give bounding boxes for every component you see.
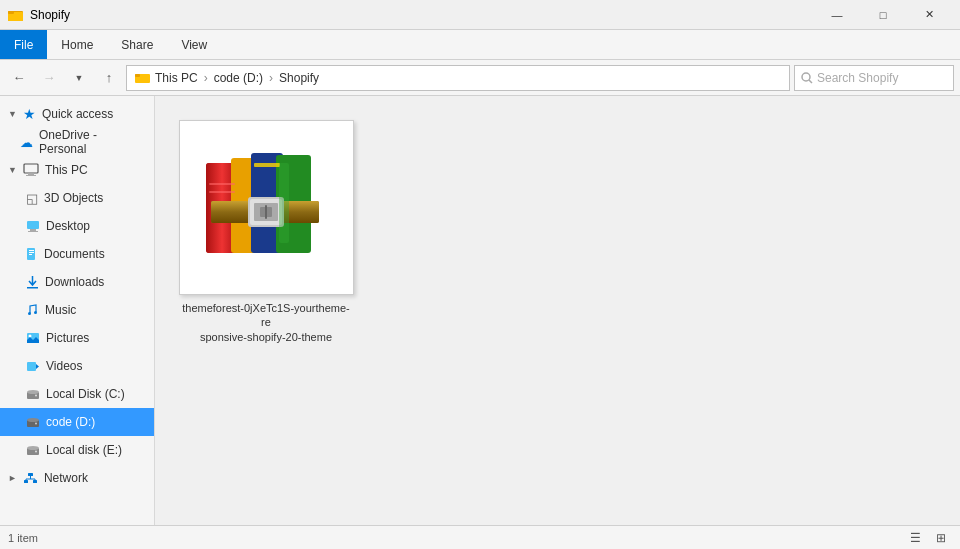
sidebar-item-this-pc[interactable]: ▼ This PC <box>0 156 154 184</box>
status-item-count: 1 item <box>8 532 38 544</box>
svg-rect-35 <box>33 480 37 483</box>
sidebar-label-code-d: code (D:) <box>46 415 95 429</box>
sidebar-label-onedrive: OneDrive - Personal <box>39 128 146 156</box>
svg-point-28 <box>27 418 39 422</box>
up-button[interactable]: ↑ <box>96 65 122 91</box>
cloud-icon: ☁ <box>20 135 33 150</box>
downloads-icon <box>26 275 39 289</box>
sidebar-label-local-disk-c: Local Disk (C:) <box>46 387 125 401</box>
sidebar-item-quick-access[interactable]: ▼ ★ Quick access <box>0 100 154 128</box>
music-icon <box>26 303 39 317</box>
path-this-pc[interactable]: This PC <box>155 71 198 85</box>
svg-rect-10 <box>27 221 39 229</box>
disk-d-icon <box>26 416 40 428</box>
file-item-winrar[interactable]: themeforest-0jXeTc1S-yourtheme-responsiv… <box>171 112 361 352</box>
svg-rect-54 <box>254 163 280 167</box>
file-label-text: themeforest-0jXeTc1S-yourtheme-responsiv… <box>182 302 350 343</box>
svg-rect-34 <box>24 480 28 483</box>
sidebar-item-music[interactable]: Music <box>0 296 154 324</box>
sidebar-label-downloads: Downloads <box>45 275 104 289</box>
window-controls: — □ ✕ <box>814 0 952 30</box>
view-controls: ☰ ⊞ <box>904 528 952 548</box>
sidebar-label-pictures: Pictures <box>46 331 89 345</box>
window-title: Shopify <box>30 8 70 22</box>
svg-rect-15 <box>29 252 34 253</box>
file-thumbnail <box>179 120 354 295</box>
chevron-icon-network: ► <box>8 473 17 483</box>
tab-share[interactable]: Share <box>107 30 167 59</box>
star-icon: ★ <box>23 106 36 122</box>
3d-icon: ◱ <box>26 191 38 206</box>
winrar-icon <box>191 133 341 283</box>
status-bar: 1 item ☰ ⊞ <box>0 525 960 549</box>
sidebar-label-desktop: Desktop <box>46 219 90 233</box>
folder-icon <box>8 7 24 23</box>
view-tiles-button[interactable]: ⊞ <box>930 528 952 548</box>
close-button[interactable]: ✕ <box>906 0 952 30</box>
tab-home[interactable]: Home <box>47 30 107 59</box>
svg-point-19 <box>34 311 37 314</box>
sidebar: ▼ ★ Quick access ☁ OneDrive - Personal ▼… <box>0 96 155 525</box>
tab-file[interactable]: File <box>0 30 47 59</box>
svg-rect-51 <box>265 205 267 219</box>
sidebar-item-3d-objects[interactable]: ◱ 3D Objects <box>0 184 154 212</box>
search-placeholder: Search Shopify <box>817 71 898 85</box>
sidebar-item-downloads[interactable]: Downloads <box>0 268 154 296</box>
ribbon: File Home Share View <box>0 30 960 60</box>
pc-icon <box>23 163 39 177</box>
sidebar-label-music: Music <box>45 303 76 317</box>
tab-view[interactable]: View <box>167 30 221 59</box>
minimize-button[interactable]: — <box>814 0 860 30</box>
sidebar-item-pictures[interactable]: Pictures <box>0 324 154 352</box>
videos-icon <box>26 361 40 372</box>
svg-marker-23 <box>36 364 39 369</box>
forward-button[interactable]: → <box>36 65 62 91</box>
sidebar-item-network[interactable]: ► Network <box>0 464 154 492</box>
disk-e-icon <box>26 444 40 456</box>
documents-icon <box>26 247 38 261</box>
svg-rect-16 <box>29 254 32 255</box>
svg-point-5 <box>802 73 810 81</box>
path-folder-icon <box>135 71 151 85</box>
maximize-button[interactable]: □ <box>860 0 906 30</box>
sidebar-item-videos[interactable]: Videos <box>0 352 154 380</box>
path-code-d[interactable]: code (D:) <box>214 71 263 85</box>
sidebar-item-local-disk-e[interactable]: Local disk (E:) <box>0 436 154 464</box>
svg-rect-22 <box>27 362 36 371</box>
sidebar-item-documents[interactable]: Documents <box>0 240 154 268</box>
back-button[interactable]: ← <box>6 65 32 91</box>
sidebar-item-local-disk-c[interactable]: Local Disk (C:) <box>0 380 154 408</box>
svg-rect-4 <box>135 74 140 77</box>
svg-rect-17 <box>27 287 38 289</box>
svg-rect-7 <box>24 164 38 173</box>
svg-rect-53 <box>209 191 235 193</box>
sidebar-label-network: Network <box>44 471 88 485</box>
sidebar-item-code-d[interactable]: code (D:) <box>0 408 154 436</box>
address-path[interactable]: This PC › code (D:) › Shopify <box>126 65 790 91</box>
svg-point-29 <box>35 423 37 425</box>
svg-rect-8 <box>28 173 34 175</box>
sidebar-label-videos: Videos <box>46 359 82 373</box>
sidebar-item-desktop[interactable]: Desktop <box>0 212 154 240</box>
svg-rect-33 <box>28 473 33 476</box>
svg-rect-11 <box>30 229 36 231</box>
svg-point-25 <box>27 390 39 394</box>
main-area: ▼ ★ Quick access ☁ OneDrive - Personal ▼… <box>0 96 960 525</box>
chevron-icon-pc: ▼ <box>8 165 17 175</box>
svg-rect-52 <box>209 183 235 185</box>
desktop-icon <box>26 220 40 232</box>
search-box[interactable]: Search Shopify <box>794 65 954 91</box>
address-bar: ← → ▼ ↑ This PC › code (D:) › Shopify Se… <box>0 60 960 96</box>
path-shopify[interactable]: Shopify <box>279 71 319 85</box>
svg-rect-55 <box>279 163 289 243</box>
svg-rect-2 <box>8 11 14 14</box>
recent-locations-button[interactable]: ▼ <box>66 65 92 91</box>
svg-point-26 <box>35 395 37 397</box>
svg-line-6 <box>809 80 812 83</box>
svg-point-32 <box>35 451 37 453</box>
sidebar-item-onedrive[interactable]: ☁ OneDrive - Personal <box>0 128 154 156</box>
sidebar-label-local-disk-e: Local disk (E:) <box>46 443 122 457</box>
sidebar-label-quick-access: Quick access <box>42 107 113 121</box>
search-icon <box>801 72 813 84</box>
view-list-button[interactable]: ☰ <box>904 528 926 548</box>
